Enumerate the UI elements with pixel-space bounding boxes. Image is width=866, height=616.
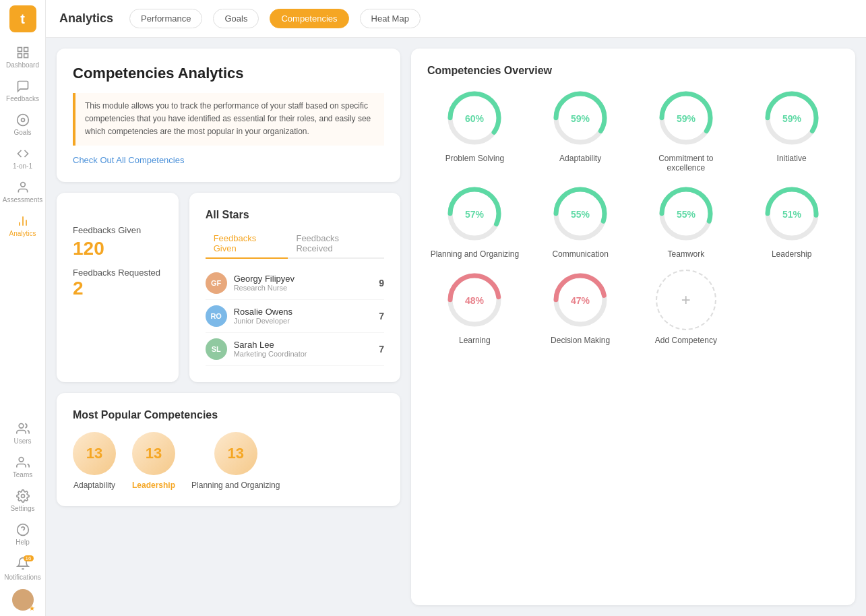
sidebar-label-dashboard: Dashboard [6, 61, 39, 69]
user-avatar[interactable]: ★ [12, 589, 34, 611]
popular-label: Adaptability [73, 481, 115, 490]
gauge-text: 59% [782, 113, 802, 124]
popular-item[interactable]: 13 Adaptability [73, 432, 116, 490]
star-avatar: RO [206, 305, 227, 327]
sidebar-item-help[interactable]: Help [0, 518, 45, 551]
gauge-label: Communication [552, 249, 608, 259]
content-area: Competencies Analytics This module allow… [46, 38, 866, 616]
gauge-label: Learning [459, 336, 491, 345]
add-competency-button[interactable]: + [656, 270, 716, 330]
gear-icon [16, 489, 30, 503]
gauge-label: Commitment to excellence [639, 154, 734, 173]
star-row: RO Rosalie Owens Junior Developer 7 [206, 300, 384, 333]
star-name: Georgy Filipyev [234, 274, 373, 284]
sidebar-item-assessments[interactable]: Assessments [0, 175, 45, 209]
gauge-label: Decision Making [551, 336, 610, 345]
sidebar-label-1on1: 1-on-1 [13, 162, 32, 170]
sidebar-item-users[interactable]: Users [0, 417, 45, 450]
gauge-label: Problem Solving [445, 154, 504, 163]
hero-title: Competencies Analytics [73, 65, 384, 82]
sidebar-item-dashboard[interactable]: Dashboard [0, 40, 45, 74]
star-row: GF Georgy Filipyev Research Nurse 9 [206, 267, 384, 300]
sidebar-label-analytics: Analytics [9, 230, 36, 237]
stats-card: Feedbacks Given 120 Feedbacks Requested … [57, 193, 179, 382]
svg-point-11 [19, 458, 24, 462]
gauge-label: Teamwork [668, 249, 705, 259]
gauge-svg: 47% [550, 270, 611, 330]
gauge-svg: 48% [444, 270, 505, 330]
hero-card: Competencies Analytics This module allow… [57, 49, 400, 182]
gauge-item: 55% Teamwork [639, 183, 734, 259]
gauge-item: 59% Adaptability [533, 88, 628, 173]
sidebar-item-settings[interactable]: Settings [0, 484, 45, 518]
gauge-item: 59% Commitment to excellence [639, 88, 734, 173]
notification-badge: 16 [24, 555, 34, 561]
stats-allstars-row: Feedbacks Given 120 Feedbacks Requested … [57, 193, 400, 382]
svg-rect-3 [24, 54, 28, 58]
star-name: Rosalie Owens [234, 307, 373, 317]
sidebar-item-goals[interactable]: Goals [0, 108, 45, 142]
gauge-item: 55% Communication [533, 183, 628, 259]
teams-icon [16, 456, 30, 469]
left-panel: Competencies Analytics This module allow… [57, 49, 400, 605]
gauge-svg: 51% [762, 183, 822, 244]
gauge-svg: 55% [550, 183, 611, 244]
sidebar-label-settings: Settings [10, 505, 34, 512]
sidebar-item-teams[interactable]: Teams [0, 450, 45, 484]
popular-item[interactable]: 13 Leadership [132, 432, 175, 490]
sidebar-label-help: Help [16, 538, 30, 546]
hero-description: This module allows you to track the perf… [73, 93, 384, 146]
chat-icon [16, 80, 30, 93]
star-count: 9 [379, 278, 384, 288]
popular-label: Leadership [132, 481, 175, 490]
gauge-svg: 55% [656, 183, 716, 244]
overview-title: Competencies Overview [427, 65, 839, 77]
check-competencies-link[interactable]: Check Out All Competencies [73, 155, 184, 165]
gauge-label: Leadership [772, 249, 811, 259]
gauge-svg: 59% [550, 88, 611, 148]
stars-tab-given[interactable]: Feedbacks Given [206, 229, 288, 259]
svg-point-4 [17, 115, 28, 126]
popular-card: Most Popular Competencies 13 Adaptabilit… [57, 393, 400, 506]
sidebar-label-feedbacks: Feedbacks [6, 95, 39, 102]
star-row: SL Sarah Lee Marketing Coordinator 7 [206, 333, 384, 366]
sidebar-item-analytics[interactable]: Analytics [0, 209, 45, 243]
sidebar-item-notifications[interactable]: 16 Notifications [0, 551, 45, 586]
tab-heatmap[interactable]: Heat Map [360, 9, 421, 28]
app-logo[interactable]: t [9, 5, 36, 32]
star-info: Sarah Lee Marketing Coordinator [234, 340, 373, 358]
main-content: Analytics Performance Goals Competencies… [46, 0, 866, 616]
sidebar-item-feedbacks[interactable]: Feedbacks [0, 74, 45, 108]
bar-chart-icon [16, 214, 30, 228]
popular-title: Most Popular Competencies [73, 409, 384, 421]
tab-goals[interactable]: Goals [213, 9, 259, 28]
star-role: Junior Developer [234, 317, 373, 325]
sidebar-label-goals: Goals [13, 129, 31, 136]
star-info: Georgy Filipyev Research Nurse [234, 274, 373, 292]
star-info: Rosalie Owens Junior Developer [234, 307, 373, 325]
gauge-text: 59% [571, 113, 590, 124]
popular-circle: 13 [132, 432, 175, 475]
sidebar: t Dashboard Feedbacks Goals 1-on-1 Asses… [0, 0, 46, 616]
sidebar-item-1on1[interactable]: 1-on-1 [0, 142, 45, 175]
gauge-text: 55% [677, 209, 696, 220]
person-icon [16, 181, 30, 194]
gauge-text: 57% [465, 209, 485, 220]
right-panel: Competencies Overview 60% Problem Solvin… [411, 49, 855, 605]
stars-tab-received[interactable]: Feedbacks Received [288, 229, 384, 257]
svg-point-6 [20, 183, 25, 187]
gauge-grid: 60% Problem Solving 59% Adaptability 59%… [427, 88, 839, 345]
gauge-text: 60% [465, 113, 485, 124]
gauge-text: 47% [571, 295, 590, 306]
users-icon [16, 422, 30, 435]
sidebar-label-users: Users [13, 437, 31, 445]
tab-performance[interactable]: Performance [129, 9, 202, 28]
gauge-label: Planning and Organizing [431, 249, 519, 259]
tab-competencies[interactable]: Competencies [270, 9, 348, 28]
gauge-item[interactable]: + Add Competency [639, 270, 734, 345]
popular-item[interactable]: 13 Planning and Organizing [191, 432, 280, 490]
feedbacks-requested-label: Feedbacks Requested [73, 268, 162, 278]
star-avatar: GF [206, 272, 227, 294]
avatar-star-icon: ★ [29, 605, 35, 612]
popular-items: 13 Adaptability 13 Leadership 13 Plannin… [73, 432, 384, 490]
